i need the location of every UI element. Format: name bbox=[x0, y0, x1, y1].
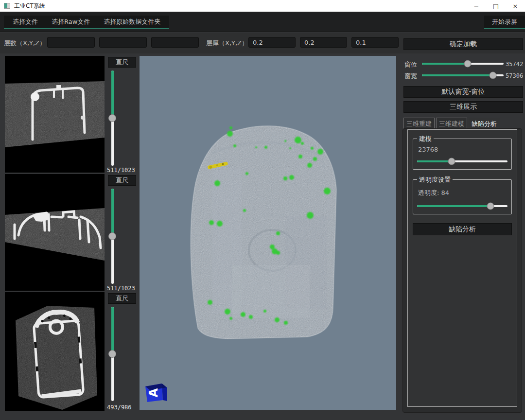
default-window-button[interactable]: 默认窗宽-窗位 bbox=[403, 86, 523, 98]
select-raw-data-folder-button[interactable]: 选择原始数据文件夹 bbox=[97, 16, 167, 28]
slice-position-xz: 511/1023 bbox=[107, 285, 135, 292]
minimize-icon[interactable]: − bbox=[467, 0, 486, 12]
slice-position-yz: 493/986 bbox=[107, 404, 132, 411]
opacity-group-title: 透明度设置 bbox=[417, 175, 453, 184]
layer-count-label: 层数（X,Y,Z） bbox=[4, 39, 46, 48]
layer-count-y-input[interactable] bbox=[99, 37, 147, 48]
modeling-slider[interactable] bbox=[417, 158, 508, 165]
slice-slider-yz[interactable] bbox=[109, 307, 116, 401]
ruler-button-xy[interactable]: 直尺 bbox=[108, 57, 136, 68]
slice-control-yz: 直尺 493/986 bbox=[106, 292, 139, 411]
window-level-value: 35742 bbox=[506, 61, 523, 68]
layer-count-z-input[interactable] bbox=[151, 37, 199, 48]
start-recording-button[interactable]: 开始录屏 bbox=[485, 16, 524, 28]
slider-handle[interactable] bbox=[108, 232, 116, 240]
render-3d-viewport[interactable]: A bbox=[140, 56, 396, 410]
display-3d-button[interactable]: 三维展示 bbox=[403, 101, 523, 113]
slice-view-xz[interactable] bbox=[5, 174, 105, 291]
slice-slider-xy[interactable] bbox=[109, 70, 116, 166]
layer-thickness-x-input[interactable] bbox=[248, 37, 296, 48]
toolbar: 选择文件 选择Raw文件 选择原始数据文件夹 开始录屏 bbox=[0, 12, 525, 32]
modeling-group-title: 建模 bbox=[417, 135, 434, 143]
select-raw-file-button[interactable]: 选择Raw文件 bbox=[45, 16, 97, 28]
vtk-cube-logo: A bbox=[145, 384, 167, 402]
title-bar: 工业CT系统 − □ × bbox=[0, 0, 525, 12]
slice-position-xy: 511/1023 bbox=[107, 167, 135, 174]
slice-view-yz[interactable] bbox=[5, 292, 105, 411]
confirm-load-button[interactable]: 确定加载 bbox=[403, 38, 523, 50]
opacity-group: 透明度设置 透明度: 84 bbox=[413, 179, 512, 214]
layer-thickness-label: 层厚（X,Y,Z） bbox=[206, 39, 248, 48]
close-icon[interactable]: × bbox=[506, 0, 525, 12]
select-file-button[interactable]: 选择文件 bbox=[6, 16, 45, 28]
layer-thickness-y-input[interactable] bbox=[300, 37, 347, 48]
slider-handle[interactable] bbox=[108, 114, 116, 122]
layer-count-x-input[interactable] bbox=[47, 37, 95, 48]
layer-thickness-z-input[interactable] bbox=[351, 37, 399, 48]
slider-handle[interactable] bbox=[490, 72, 497, 79]
opacity-slider[interactable] bbox=[417, 202, 508, 210]
slice-control-xz: 直尺 511/1023 bbox=[106, 174, 139, 292]
slice-slider-xz[interactable] bbox=[109, 189, 116, 284]
maximize-icon[interactable]: □ bbox=[486, 0, 506, 12]
window-level-label: 窗位 bbox=[404, 60, 417, 69]
window-width-value: 57306 bbox=[506, 72, 523, 79]
logo-letter: A bbox=[147, 388, 160, 397]
record-button-strip: 开始录屏 bbox=[484, 16, 525, 29]
modeling-group: 建模 23768 bbox=[413, 139, 512, 170]
ruler-button-yz[interactable]: 直尺 bbox=[108, 293, 136, 304]
window-width-slider[interactable] bbox=[422, 71, 504, 79]
window-width-label: 窗宽 bbox=[404, 72, 417, 81]
window-title: 工业CT系统 bbox=[14, 2, 45, 10]
ruler-button-xz[interactable]: 直尺 bbox=[108, 175, 136, 186]
slice-view-xy[interactable] bbox=[5, 56, 105, 173]
app-icon bbox=[4, 3, 10, 9]
modeling-value: 23768 bbox=[418, 146, 438, 153]
window-controls: − □ × bbox=[467, 0, 525, 12]
file-button-strip: 选择文件 选择Raw文件 选择原始数据文件夹 bbox=[4, 16, 169, 29]
slider-handle[interactable] bbox=[464, 60, 472, 68]
slice-control-xy: 直尺 511/1023 bbox=[106, 56, 139, 174]
slider-handle[interactable] bbox=[487, 203, 494, 210]
slider-handle[interactable] bbox=[448, 158, 455, 165]
slider-handle[interactable] bbox=[108, 350, 116, 358]
defect-analysis-panel: 建模 23768 透明度设置 透明度: 84 缺陷分析 bbox=[407, 129, 517, 407]
app-window: 工业CT系统 − □ × 选择文件 选择Raw文件 选择原始数据文件夹 开始录屏… bbox=[0, 0, 525, 420]
defect-analysis-button[interactable]: 缺陷分析 bbox=[413, 223, 512, 235]
opacity-value-label: 透明度: 84 bbox=[418, 189, 449, 197]
window-level-slider[interactable] bbox=[422, 60, 504, 68]
